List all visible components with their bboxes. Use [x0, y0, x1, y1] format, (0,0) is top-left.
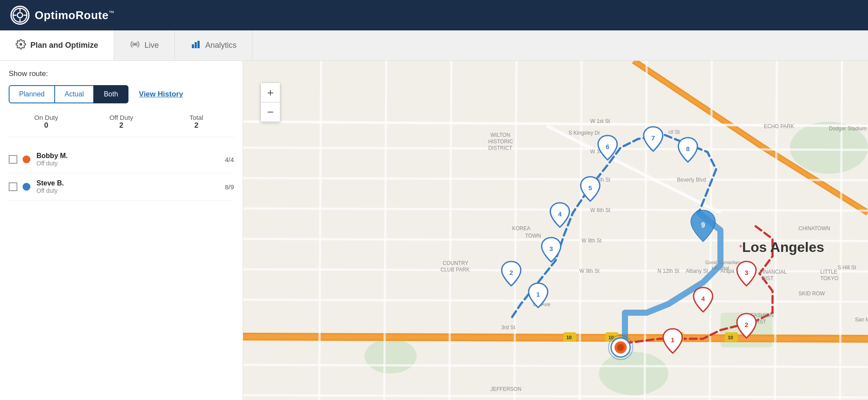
driver-list: Bobby M. Off duty 4/4 Steve B. Off duty … [9, 146, 234, 201]
show-route-label: Show route: [9, 69, 234, 78]
svg-text:3: 3 [549, 245, 553, 252]
svg-text:S Hill St: S Hill St [838, 264, 856, 271]
svg-text:CLUB PARK: CLUB PARK [441, 267, 470, 273]
svg-text:W 6th St: W 6th St [590, 207, 611, 213]
driver-row[interactable]: Steve B. Off duty 8/9 [9, 173, 234, 201]
off-duty-label: Off Duty [84, 114, 159, 121]
svg-text:HISTORIC: HISTORIC [488, 139, 513, 145]
off-duty-value: 2 [84, 121, 159, 130]
nav-tabs: Plan and Optimize Live Analytics [0, 30, 868, 61]
on-duty-value: 0 [9, 121, 84, 130]
svg-text:4: 4 [701, 295, 705, 302]
svg-text:DISTRICT: DISTRICT [488, 145, 513, 151]
svg-rect-8 [195, 42, 197, 48]
svg-text:cil St: cil St [668, 129, 680, 135]
driver-name-bobby: Bobby M. [36, 152, 225, 160]
total-value: 2 [159, 121, 234, 130]
map-area[interactable]: WILTON HISTORIC DISTRICT ECHO PARK Dodge… [243, 61, 868, 400]
zoom-in-button[interactable]: + [261, 83, 280, 102]
svg-text:3rd St: 3rd St [501, 324, 516, 331]
svg-text:4: 4 [558, 210, 562, 218]
view-history-link[interactable]: View History [139, 90, 183, 99]
svg-text:San Mateo St: San Mateo St [855, 317, 868, 323]
svg-text:8: 8 [686, 145, 690, 152]
driver-progress-bobby: 4/4 [225, 156, 234, 163]
driver-dot-bobby [23, 155, 30, 163]
svg-text:Good Samaritan: Good Samaritan [705, 260, 740, 265]
logo-icon [10, 6, 30, 25]
main-content: Show route: Planned Actual Both View His… [0, 61, 868, 400]
svg-text:ECHO PARK: ECHO PARK [764, 123, 794, 129]
svg-text:10: 10 [566, 335, 572, 340]
svg-point-12 [599, 352, 668, 395]
svg-text:TOWN: TOWN [525, 233, 541, 239]
svg-text:LITTLE: LITTLE [820, 269, 837, 275]
driver-info-bobby: Bobby M. Off duty [36, 152, 225, 167]
svg-text:1: 1 [536, 291, 540, 298]
svg-rect-7 [192, 44, 194, 48]
map-svg: WILTON HISTORIC DISTRICT ECHO PARK Dodge… [243, 61, 868, 400]
svg-text:S Kingsley Dr: S Kingsley Dr [569, 130, 600, 136]
svg-text:SKID ROW: SKID ROW [799, 291, 825, 297]
svg-text:5: 5 [589, 184, 592, 192]
svg-text:Los Angeles: Los Angeles [742, 239, 824, 255]
off-duty-stat: Off Duty 2 [84, 114, 159, 130]
tab-live-label: Live [145, 41, 159, 50]
svg-rect-9 [197, 41, 200, 48]
stats-row: On Duty 0 Off Duty 2 Total 2 [9, 114, 234, 137]
svg-text:KOREA: KOREA [512, 225, 530, 231]
svg-text:Hospital: Hospital [712, 265, 729, 271]
driver-checkbox-bobby[interactable] [9, 155, 17, 164]
tab-plan[interactable]: Plan and Optimize [0, 30, 114, 60]
svg-text:W 9th St: W 9th St [579, 268, 600, 274]
driver-dot-steve [23, 183, 30, 191]
sidebar: Show route: Planned Actual Both View His… [0, 61, 243, 400]
driver-checkbox-steve[interactable] [9, 182, 17, 191]
svg-text:2: 2 [510, 269, 513, 276]
actual-button[interactable]: Actual [55, 85, 93, 103]
total-label: Total [159, 114, 234, 121]
svg-text:CHINATOWN: CHINATOWN [799, 225, 830, 231]
svg-text:FINANCIAL: FINANCIAL [760, 269, 787, 275]
on-duty-stat: On Duty 0 [9, 114, 84, 130]
svg-text:1: 1 [671, 336, 674, 344]
driver-name-steve: Steve B. [36, 179, 225, 187]
logo: OptimoRoute™ [10, 6, 115, 25]
svg-text:7: 7 [651, 134, 655, 142]
driver-status-steve: Off duty [36, 187, 225, 194]
tab-analytics-label: Analytics [205, 41, 237, 50]
svg-text:10: 10 [728, 335, 733, 340]
broadcast-icon [130, 39, 140, 52]
svg-point-6 [134, 43, 136, 46]
zoom-out-button[interactable]: − [261, 102, 280, 122]
app-header: OptimoRoute™ [0, 0, 868, 30]
svg-text:JEFFERSON: JEFFERSON [490, 386, 521, 392]
app-name: OptimoRoute™ [35, 9, 115, 22]
svg-text:Dodger Stadium: Dodger Stadium [829, 126, 867, 132]
svg-text:9: 9 [701, 221, 705, 229]
driver-row[interactable]: Bobby M. Off duty 4/4 [9, 146, 234, 173]
tab-plan-label: Plan and Optimize [30, 41, 98, 50]
svg-text:Albany St: Albany St [686, 268, 708, 274]
svg-text:+: + [739, 242, 743, 250]
bar-chart-icon [191, 39, 201, 52]
driver-progress-steve: 8/9 [225, 183, 234, 191]
total-stat: Total 2 [159, 114, 234, 130]
svg-point-11 [365, 339, 417, 374]
svg-point-98 [617, 344, 624, 351]
svg-text:DIST: DIST [762, 275, 774, 281]
svg-text:W 8th St: W 8th St [582, 238, 602, 244]
tab-analytics[interactable]: Analytics [175, 30, 253, 60]
map-zoom-controls: + − [260, 83, 280, 122]
planned-button[interactable]: Planned [9, 85, 55, 103]
on-duty-label: On Duty [9, 114, 84, 121]
route-button-group: Planned Actual Both View History [9, 85, 234, 103]
svg-point-1 [17, 13, 23, 18]
tab-live[interactable]: Live [114, 30, 175, 60]
svg-text:TOKYO: TOKYO [820, 275, 838, 281]
svg-text:WILTON: WILTON [490, 132, 510, 138]
svg-text:N 12th St: N 12th St [658, 268, 680, 274]
svg-text:COUNTRY: COUNTRY [443, 260, 468, 266]
svg-text:Beverly Blvd: Beverly Blvd [677, 177, 706, 183]
both-button[interactable]: Both [93, 85, 128, 103]
